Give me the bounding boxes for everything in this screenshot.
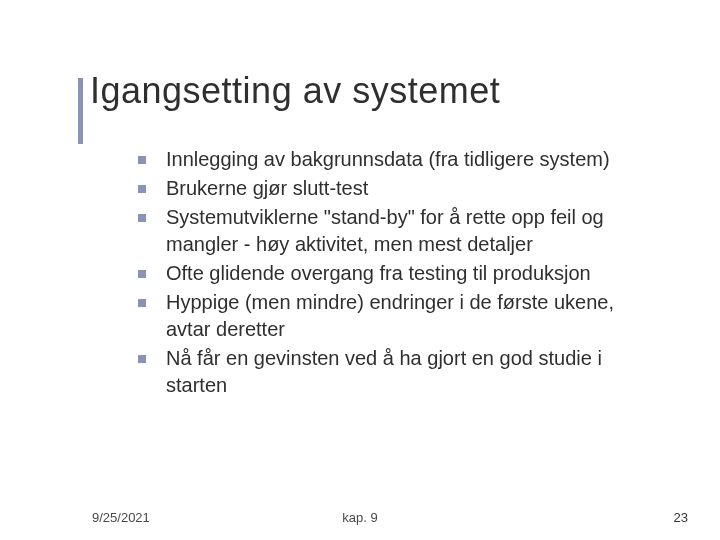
list-item: Ofte glidende overgang fra testing til p… bbox=[138, 260, 660, 287]
list-item: Brukerne gjør slutt-test bbox=[138, 175, 660, 202]
bullet-text: Systemutviklerne "stand-by" for å rette … bbox=[166, 206, 604, 255]
list-item: Systemutviklerne "stand-by" for å rette … bbox=[138, 204, 660, 258]
list-item: Innlegging av bakgrunnsdata (fra tidlige… bbox=[138, 146, 660, 173]
bullet-text: Nå får en gevinsten ved å ha gjort en go… bbox=[166, 347, 602, 396]
bullet-square-icon bbox=[138, 299, 146, 307]
list-item: Nå får en gevinsten ved å ha gjort en go… bbox=[138, 345, 660, 399]
footer-page-number: 23 bbox=[674, 510, 688, 525]
list-item: Hyppige (men mindre) endringer i de førs… bbox=[138, 289, 660, 343]
slide: Igangsetting av systemet Innlegging av b… bbox=[0, 0, 720, 540]
bullet-text: Brukerne gjør slutt-test bbox=[166, 177, 368, 199]
bullet-text: Innlegging av bakgrunnsdata (fra tidlige… bbox=[166, 148, 610, 170]
bullet-text: Ofte glidende overgang fra testing til p… bbox=[166, 262, 591, 284]
bullet-list: Innlegging av bakgrunnsdata (fra tidlige… bbox=[138, 146, 660, 399]
bullet-square-icon bbox=[138, 185, 146, 193]
bullet-square-icon bbox=[138, 214, 146, 222]
bullet-square-icon bbox=[138, 270, 146, 278]
bullet-text: Hyppige (men mindre) endringer i de førs… bbox=[166, 291, 614, 340]
footer-date: 9/25/2021 bbox=[92, 510, 150, 525]
bullet-square-icon bbox=[138, 355, 146, 363]
bullet-square-icon bbox=[138, 156, 146, 164]
title-accent-bar bbox=[78, 78, 83, 144]
footer-chapter: kap. 9 bbox=[342, 510, 377, 525]
slide-title: Igangsetting av systemet bbox=[90, 70, 680, 112]
